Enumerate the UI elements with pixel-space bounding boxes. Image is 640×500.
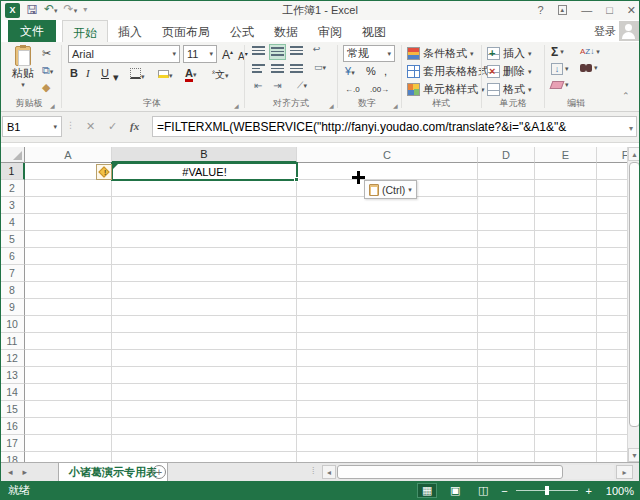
grid-cell-A12[interactable] [25, 350, 112, 367]
grid-cell-D9[interactable] [478, 299, 535, 316]
grid-cell-D5[interactable] [478, 231, 535, 248]
grid-cell-D2[interactable] [478, 180, 535, 197]
clear-button[interactable]: ▾ [551, 81, 569, 89]
formula-bar-splitter[interactable]: ⋮ [66, 120, 75, 130]
paste-options-dropdown-icon[interactable]: ▾ [408, 186, 412, 194]
grid-cell-E17[interactable] [535, 435, 597, 452]
grid-cell-A8[interactable] [25, 282, 112, 299]
grid-cell-E6[interactable] [535, 248, 597, 265]
underline-dropdown[interactable]: ▾ [113, 71, 119, 84]
copy-icon[interactable]: ⧉▾ [42, 64, 53, 78]
paste-dropdown[interactable]: ▾ [6, 81, 40, 89]
grid-cell-E3[interactable] [535, 197, 597, 214]
merge-center-icon[interactable]: ▭▾ [308, 62, 332, 78]
decrease-decimal-icon[interactable]: .00→ [370, 83, 389, 96]
select-all-corner[interactable] [0, 147, 25, 163]
cancel-icon[interactable]: ✕ [86, 120, 95, 133]
grid-cell-E5[interactable] [535, 231, 597, 248]
vertical-scrollbar[interactable]: ▲ ▼ [627, 147, 640, 462]
formula-input[interactable]: =FILTERXML(WEBSERVICE("http://fanyi.youd… [152, 116, 637, 137]
grid-cell-B7[interactable] [112, 265, 297, 282]
column-header-E[interactable]: E [535, 147, 597, 163]
grid-cell-A11[interactable] [25, 333, 112, 350]
grid-cell-E9[interactable] [535, 299, 597, 316]
insert-cells-button[interactable]: 插入▾ [487, 46, 532, 61]
column-header-C[interactable]: C [297, 147, 478, 163]
tab-data[interactable]: 数据 [264, 20, 308, 42]
tab-scrollbar-splitter[interactable]: ⁞ [312, 466, 315, 476]
grid-cell-B18[interactable] [112, 452, 297, 462]
cut-icon[interactable]: ✂ [42, 47, 51, 60]
grid-cell-A7[interactable] [25, 265, 112, 282]
format-cells-button[interactable]: 格式▾ [487, 82, 532, 97]
grid-cell-E2[interactable] [535, 180, 597, 197]
font-dialog-launcher-icon[interactable]: ◢ [234, 102, 239, 109]
grid-cell-B17[interactable] [112, 435, 297, 452]
active-cell-B1[interactable]: #VALUE! [111, 162, 298, 181]
row-header-17[interactable]: 17 [0, 435, 25, 452]
grid-cell-E13[interactable] [535, 367, 597, 384]
font-family-select[interactable]: Arial▾ [68, 45, 180, 63]
page-layout-view-icon[interactable]: ▣ [445, 483, 465, 498]
sort-filter-button[interactable]: AZ↓▾ [580, 47, 600, 56]
grid-cell-D16[interactable] [478, 418, 535, 435]
grid-cell-E14[interactable] [535, 384, 597, 401]
grid-cell-C6[interactable] [297, 248, 478, 265]
italic-button[interactable]: I [86, 67, 90, 79]
grid-cell-A13[interactable] [25, 367, 112, 384]
zoom-in-button[interactable]: + [586, 485, 592, 497]
scroll-left-icon[interactable]: ◂ [322, 465, 336, 479]
number-format-select[interactable]: 常规▾ [343, 45, 395, 62]
row-header-5[interactable]: 5 [0, 231, 25, 248]
grid-cell-D13[interactable] [478, 367, 535, 384]
grid-cell-C10[interactable] [297, 316, 478, 333]
fill-handle[interactable] [294, 177, 299, 182]
row-header-6[interactable]: 6 [0, 248, 25, 265]
grid-cell-A9[interactable] [25, 299, 112, 316]
zoom-slider-thumb[interactable] [545, 486, 549, 495]
grid-cell-D17[interactable] [478, 435, 535, 452]
grid-cell-E16[interactable] [535, 418, 597, 435]
grid-cell-B2[interactable] [112, 180, 297, 197]
orientation-icon[interactable]: ⟋▾ [290, 80, 314, 96]
accounting-format-icon[interactable]: ¥▾ [345, 65, 355, 79]
grid-cell-D14[interactable] [478, 384, 535, 401]
error-options-button[interactable] [96, 164, 112, 180]
row-header-18[interactable]: 18 [0, 452, 25, 462]
row-header-16[interactable]: 16 [0, 418, 25, 435]
bottom-align-icon[interactable] [288, 44, 305, 60]
grid-cell-E4[interactable] [535, 214, 597, 231]
shrink-font-button[interactable]: A▾ [238, 48, 248, 63]
grid-cell-C18[interactable] [297, 452, 478, 462]
grid-cell-C7[interactable] [297, 265, 478, 282]
autosum-button[interactable]: Σ▾ [551, 45, 564, 59]
grid-cell-D12[interactable] [478, 350, 535, 367]
name-box[interactable]: B1 ▾ [2, 116, 62, 137]
grid-cell-D11[interactable] [478, 333, 535, 350]
tab-review[interactable]: 审阅 [308, 20, 352, 42]
sheet-next-icon[interactable]: ▸ [23, 467, 28, 477]
increase-indent-icon[interactable]: ⇥ [269, 80, 286, 96]
name-box-dropdown-icon[interactable]: ▾ [53, 123, 57, 131]
grid-cell-B8[interactable] [112, 282, 297, 299]
grid-cell-C1[interactable] [297, 163, 478, 180]
tab-insert[interactable]: 插入 [108, 20, 152, 42]
grid-cell-A6[interactable] [25, 248, 112, 265]
minimize-button[interactable]: — [581, 4, 592, 16]
grid-cell-A17[interactable] [25, 435, 112, 452]
grid-cell-B3[interactable] [112, 197, 297, 214]
row-header-2[interactable]: 2 [0, 180, 25, 197]
grid-cell-C5[interactable] [297, 231, 478, 248]
grid-cell-E7[interactable] [535, 265, 597, 282]
row-header-7[interactable]: 7 [0, 265, 25, 282]
column-header-B[interactable]: B [112, 147, 297, 163]
row-header-10[interactable]: 10 [0, 316, 25, 333]
decrease-indent-icon[interactable]: ⇤ [250, 80, 267, 96]
vertical-scroll-thumb[interactable] [629, 162, 640, 427]
grid-cell-E12[interactable] [535, 350, 597, 367]
borders-icon[interactable]: ▾ [130, 68, 145, 81]
account-avatar-icon[interactable] [619, 21, 639, 41]
grid-cell-B13[interactable] [112, 367, 297, 384]
zoom-slider[interactable] [516, 483, 578, 498]
percent-style-icon[interactable]: % [366, 65, 376, 78]
